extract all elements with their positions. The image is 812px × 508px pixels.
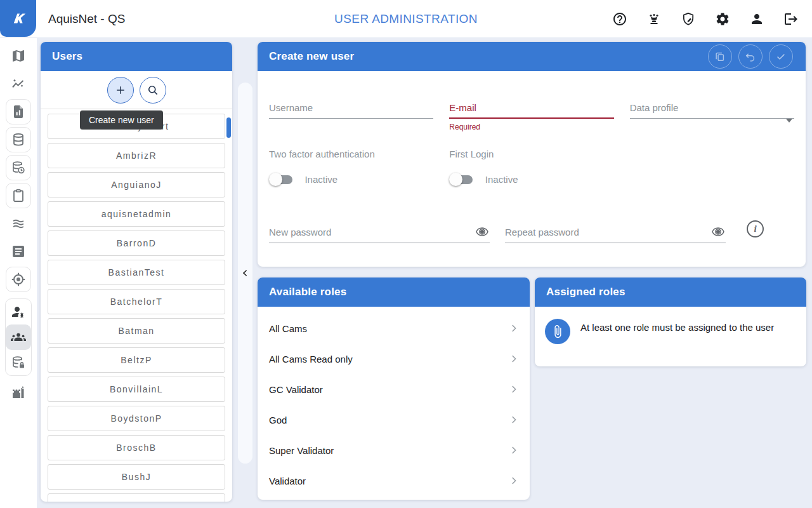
report-icon[interactable] — [6, 99, 31, 124]
repeat-password-field — [505, 222, 726, 243]
chevron-right-icon — [508, 323, 520, 334]
role-item[interactable]: Validator — [258, 465, 530, 496]
first-login-block: First Login Inactive — [449, 149, 613, 186]
assigned-roles-panel: Assigned roles At least one role must be… — [535, 277, 806, 366]
new-password-input[interactable] — [269, 222, 490, 243]
undo-button[interactable] — [738, 44, 763, 69]
first-login-state: Inactive — [485, 173, 518, 186]
user-icon[interactable] — [749, 11, 765, 27]
users-toolbar — [41, 71, 232, 109]
first-login-label: First Login — [449, 149, 613, 159]
two-factor-state: Inactive — [304, 173, 337, 186]
article-icon[interactable] — [6, 239, 31, 264]
role-label: All Cams Read only — [269, 354, 353, 364]
attachment-note-badge — [545, 319, 570, 344]
available-roles-list: All Cams All Cams Read only GC Validator… — [258, 307, 530, 496]
create-user-title: Create new user — [269, 50, 354, 63]
database-icon[interactable] — [6, 127, 31, 152]
chevron-right-icon — [508, 475, 520, 486]
form-row-toggles: Two factor authentication Inactive First… — [269, 149, 794, 186]
help-icon[interactable] — [612, 11, 628, 27]
show-repeat-password-button[interactable] — [710, 225, 726, 240]
new-password-field — [269, 222, 490, 243]
user-list-item[interactable]: AmbrizR — [48, 143, 225, 168]
form-row-identity: Required — [269, 98, 794, 131]
collapse-users-panel-button[interactable] — [238, 83, 252, 464]
show-new-password-button[interactable] — [475, 225, 490, 240]
users-group-icon[interactable] — [6, 324, 31, 350]
search-user-button[interactable] — [140, 77, 166, 104]
fort-icon[interactable] — [6, 380, 31, 405]
two-factor-label: Two factor authentication — [269, 149, 433, 159]
role-item[interactable]: All Cams Read only — [258, 344, 530, 374]
users-scrollbar-thumb[interactable] — [226, 117, 231, 138]
paperclip-icon — [551, 324, 565, 338]
two-factor-block: Two factor authentication Inactive — [269, 149, 433, 186]
eye-icon — [475, 225, 489, 239]
dropdown-caret-icon[interactable] — [786, 119, 792, 123]
password-info-icon[interactable]: i — [747, 220, 764, 237]
database-lock-icon[interactable] — [6, 350, 31, 375]
two-factor-toggle[interactable] — [269, 173, 294, 186]
user-list-item[interactable]: BarronD — [48, 231, 225, 256]
undo-icon — [744, 50, 757, 63]
create-user-header-actions — [708, 44, 793, 69]
create-user-header: Create new user — [258, 42, 806, 71]
top-bar: AquisNet - QS USER ADMINISTRATION — [0, 0, 812, 38]
plus-icon — [114, 84, 127, 97]
user-list-item[interactable]: BastianTest — [48, 260, 225, 285]
user-list-item[interactable]: BatchelorT — [48, 289, 225, 314]
user-list-item[interactable]: AnguianoJ — [48, 172, 225, 197]
user-list-item[interactable]: BoydstonP — [48, 406, 225, 431]
role-item[interactable]: All Cams — [258, 313, 530, 344]
available-roles-panel: Available roles All Cams All Cams Read o… — [258, 277, 530, 500]
chevron-right-icon — [508, 414, 520, 425]
assigned-roles-header: Assigned roles — [535, 277, 806, 307]
database-history-icon[interactable] — [6, 155, 31, 180]
waves-icon[interactable] — [6, 211, 31, 236]
user-management-group — [5, 298, 32, 376]
data-profile-select[interactable] — [630, 98, 794, 119]
role-label: All Cams — [269, 323, 307, 334]
check-icon — [775, 50, 787, 63]
available-roles-header: Available roles — [258, 277, 530, 307]
user-list-item[interactable]: BroschB — [48, 435, 225, 460]
copy-user-button[interactable] — [708, 44, 732, 69]
settings-icon[interactable] — [714, 11, 731, 27]
user-list-item-partial[interactable] — [48, 493, 225, 502]
data-profile-field — [630, 98, 794, 131]
assigned-roles-body: At least one role must be assigned to th… — [535, 307, 806, 344]
role-item[interactable]: Super Validator — [258, 435, 530, 465]
user-list-item[interactable]: BeltzP — [48, 347, 225, 373]
shield-edit-icon[interactable] — [680, 11, 697, 27]
toggle-knob — [269, 173, 282, 186]
chevron-right-icon — [508, 353, 520, 364]
spacer-column — [630, 149, 794, 186]
users-panel-header: Users — [41, 42, 232, 71]
clipboard-icon[interactable] — [6, 183, 31, 208]
topbar-actions — [612, 0, 799, 38]
map-icon[interactable] — [6, 43, 31, 69]
username-input[interactable] — [269, 98, 433, 119]
user-list-item[interactable]: aquisnetadmin — [48, 201, 225, 227]
role-label: GC Validator — [269, 384, 323, 395]
role-item[interactable]: GC Validator — [258, 374, 530, 404]
add-user-button[interactable] — [107, 77, 134, 104]
user-list-item[interactable]: BonvillainL — [48, 377, 225, 402]
role-item[interactable]: God — [258, 404, 530, 435]
users-panel-title: Users — [52, 50, 82, 63]
confirm-button[interactable] — [769, 44, 793, 69]
gps-icon[interactable] — [6, 267, 31, 292]
create-new-user-tooltip: Create new user — [80, 110, 163, 130]
user-list-item[interactable]: Batman — [48, 318, 225, 344]
email-input[interactable] — [449, 98, 613, 119]
logout-icon[interactable] — [783, 11, 799, 27]
role-label: Super Validator — [269, 445, 334, 456]
first-login-toggle[interactable] — [449, 173, 475, 186]
user-list-item[interactable]: BushJ — [48, 464, 225, 490]
role-label: God — [269, 415, 287, 425]
trending-icon[interactable] — [6, 71, 31, 97]
user-settings-icon[interactable] — [6, 299, 31, 324]
admin-crown-icon[interactable] — [646, 11, 662, 27]
repeat-password-input[interactable] — [505, 222, 726, 243]
